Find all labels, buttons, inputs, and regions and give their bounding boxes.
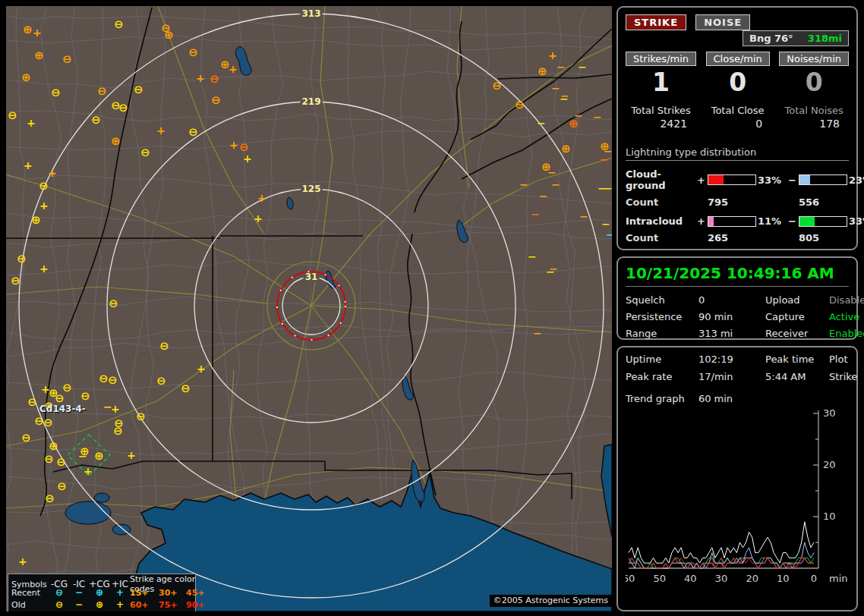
svg-text:20: 20 bbox=[823, 459, 836, 470]
strikes-per-min-column: Strikes/min 1 Total Strikes 2421 bbox=[626, 52, 696, 130]
uptime-value: 102:19 bbox=[698, 354, 765, 365]
total-close-label: Total Close bbox=[704, 105, 771, 116]
trend-graph-label: Trend graph bbox=[626, 393, 685, 404]
receiver-label: Receiver bbox=[765, 328, 829, 339]
cg-negative-count: 556 bbox=[799, 196, 849, 208]
close-per-min-chip[interactable]: Close/min bbox=[706, 52, 770, 66]
svg-text:50: 50 bbox=[653, 573, 666, 584]
close-per-min-column: Close/min 0 Total Close 0 bbox=[704, 52, 771, 130]
cg-negative-pct: 23% bbox=[849, 174, 864, 186]
close-per-min-value: 0 bbox=[704, 68, 771, 97]
peak-time-value: 5:44 AM bbox=[765, 371, 829, 382]
range-label: Range bbox=[626, 328, 698, 339]
svg-text:20: 20 bbox=[746, 573, 758, 584]
capture-label: Capture bbox=[765, 311, 829, 322]
total-noises-value: 178 bbox=[779, 118, 849, 130]
cg-positive-pct: 33% bbox=[758, 174, 788, 186]
total-strikes-value: 2421 bbox=[626, 118, 696, 130]
svg-text:30: 30 bbox=[715, 573, 728, 584]
noises-per-min-value: 0 bbox=[779, 68, 849, 97]
distribution-title: Lightning type distribution bbox=[626, 146, 849, 161]
svg-text:10: 10 bbox=[777, 573, 790, 584]
ic-positive-count: 265 bbox=[708, 232, 788, 244]
svg-text:0: 0 bbox=[811, 573, 817, 584]
upload-value: Disabled bbox=[829, 294, 864, 306]
noises-per-min-chip[interactable]: Noises/min bbox=[779, 52, 849, 66]
upload-label: Upload bbox=[765, 294, 829, 306]
total-close-value: 0 bbox=[704, 118, 771, 130]
datetime-display: 10/21/2025 10:49:16 AM bbox=[626, 264, 849, 287]
svg-text:10: 10 bbox=[823, 511, 836, 522]
count-label: Count bbox=[626, 232, 697, 244]
uptime-label: Uptime bbox=[626, 354, 698, 365]
circle-minus-icon: ⊖ bbox=[49, 587, 69, 598]
age-code-75: 75+ bbox=[159, 600, 186, 610]
strike-button[interactable]: STRIKE bbox=[626, 14, 686, 30]
persistence-label: Persistence bbox=[626, 311, 698, 322]
plus-icon: + bbox=[110, 587, 130, 598]
total-noises-label: Total Noises bbox=[779, 105, 849, 116]
bearing-range-value: 318mi bbox=[808, 33, 842, 44]
squelch-label: Squelch bbox=[626, 294, 698, 306]
legend-recent-label: Recent bbox=[11, 588, 49, 598]
ic-positive-pct: 11% bbox=[758, 215, 788, 227]
minus-sign: − bbox=[788, 215, 799, 227]
svg-text:40: 40 bbox=[684, 573, 697, 584]
noises-per-min-column: Noises/min 0 Total Noises 178 bbox=[779, 52, 849, 130]
status-grid: Squelch 0 Upload Disabled Persistence 90… bbox=[626, 294, 849, 339]
cg-negative-bar bbox=[799, 174, 847, 185]
minus-icon: − bbox=[69, 587, 89, 598]
bearing-readout: Bng 76° 318mi bbox=[743, 30, 849, 46]
uptime-grid: Uptime 102:19 Peak time Plot Peak rate 1… bbox=[626, 354, 849, 382]
strikes-per-min-chip[interactable]: Strikes/min bbox=[626, 52, 696, 66]
range-ring-label: 125 bbox=[301, 184, 320, 194]
trend-graph-label-row: Trend graph 60 min bbox=[626, 393, 849, 404]
count-label: Count bbox=[626, 196, 697, 208]
ic-negative-bar bbox=[799, 216, 847, 227]
bearing-value: Bng 76° bbox=[749, 33, 793, 44]
svg-text:30: 30 bbox=[823, 407, 836, 419]
svg-text:60: 60 bbox=[626, 573, 635, 584]
circle-minus-icon: ⊖ bbox=[49, 599, 69, 610]
intracloud-count-row: Count 265 805 bbox=[626, 232, 849, 244]
copyright-text: ©2005 Astrogenic Systems bbox=[490, 595, 612, 607]
lightning-map[interactable]: 31321912531 ⊕+⊖⊖⊕⊕⊖⊖⊕++⊖⊕⊖⊖⊖⊖⊖⊖⊖+⊖+⊖⊕+⊖+… bbox=[6, 6, 612, 611]
cg-positive-bar bbox=[708, 174, 756, 185]
plus-sign: + bbox=[697, 215, 708, 227]
strikes-per-min-value: 1 bbox=[626, 68, 696, 97]
intracloud-label: Intracloud bbox=[626, 215, 697, 227]
mode-button-row: STRIKE NOISE Bng 76° 318mi bbox=[626, 14, 849, 30]
legend-old-label: Old bbox=[11, 600, 49, 610]
plus-icon: + bbox=[110, 599, 130, 610]
range-ring-label: 31 bbox=[305, 272, 318, 282]
age-code-90: 90+ bbox=[186, 600, 213, 610]
squelch-value: 0 bbox=[698, 294, 765, 306]
circle-plus-icon: ⊕ bbox=[89, 599, 110, 610]
persistence-value: 90 min bbox=[698, 311, 765, 322]
minus-icon: − bbox=[69, 599, 89, 610]
range-value: 313 mi bbox=[698, 328, 765, 339]
trend-graph: 1020306050403020100min bbox=[626, 407, 850, 597]
storm-cell-label: Cd143-4- bbox=[39, 404, 86, 414]
app-window: { "header": { "strike_label": "STRIKE", … bbox=[0, 0, 864, 616]
plus-sign: + bbox=[697, 174, 708, 186]
ic-negative-count: 805 bbox=[799, 232, 849, 244]
plot-label: Plot bbox=[829, 354, 857, 365]
plot-value: Strike bbox=[829, 371, 857, 382]
map-canvas: 31321912531 bbox=[6, 6, 612, 611]
total-strikes-label: Total Strikes bbox=[626, 105, 696, 116]
capture-value: Active bbox=[829, 311, 864, 322]
rate-counters: Strikes/min 1 Total Strikes 2421 Close/m… bbox=[626, 52, 849, 130]
cloud-ground-count-row: Count 795 556 bbox=[626, 196, 849, 208]
range-ring-label: 313 bbox=[301, 8, 320, 19]
peak-rate-value: 17/min bbox=[698, 371, 765, 382]
minus-sign: − bbox=[788, 174, 799, 186]
ic-positive-bar bbox=[708, 216, 756, 227]
receiver-value: Enabled bbox=[829, 328, 864, 339]
legend-header-row: Symbols -CG -IC +CG +IC Strike age color… bbox=[8, 574, 195, 586]
range-ring-label: 219 bbox=[301, 96, 320, 107]
svg-text:min: min bbox=[829, 573, 848, 584]
ic-negative-pct: 33% bbox=[849, 215, 864, 227]
noise-button[interactable]: NOISE bbox=[695, 14, 750, 30]
age-code-45: 45+ bbox=[186, 588, 213, 598]
